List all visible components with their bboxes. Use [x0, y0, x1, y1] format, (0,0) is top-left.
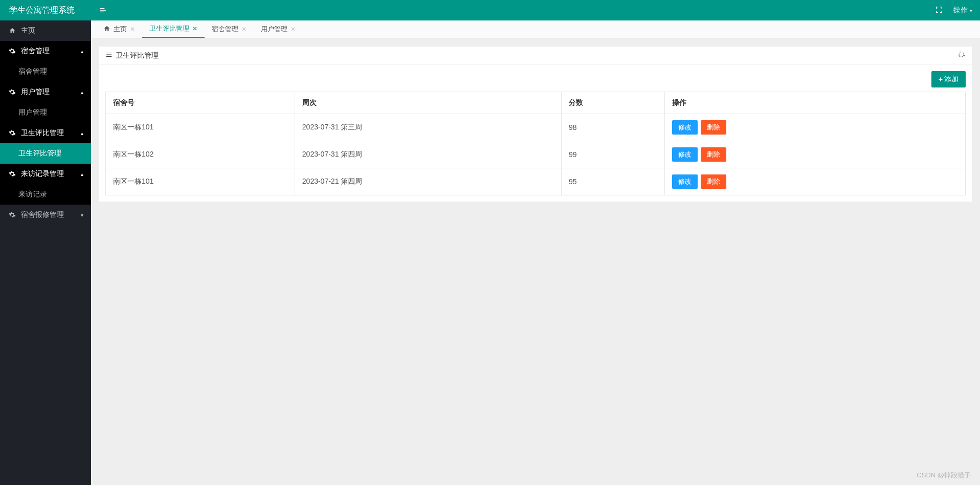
- tab[interactable]: 用户管理✕: [254, 20, 303, 38]
- plus-icon: +: [939, 75, 943, 83]
- tab[interactable]: 宿舍管理✕: [205, 20, 254, 38]
- table-row: 南区一栋1022023-07-31 第四周99修改删除: [106, 141, 966, 168]
- gear-icon: [8, 129, 17, 137]
- table-row: 南区一栋1012023-07-31 第三周98修改删除: [106, 114, 966, 141]
- sidebar-item-label: 用户管理: [18, 108, 47, 117]
- close-icon[interactable]: ✕: [241, 26, 247, 33]
- topbar: 操作 ▾: [91, 0, 980, 20]
- cell-actions: 修改删除: [664, 168, 965, 195]
- panel-header: 卫生评比管理: [99, 47, 972, 65]
- table-header-row: 宿舍号 周次 分数 操作: [106, 92, 966, 114]
- sidebar-item-hygiene[interactable]: 卫生评比管理 ▴: [0, 123, 91, 143]
- brand-logo: 学生公寓管理系统: [0, 0, 91, 20]
- cell-actions: 修改删除: [664, 141, 965, 168]
- cell-score: 99: [561, 141, 664, 168]
- chevron-down-icon: ▾: [81, 212, 83, 218]
- chevron-up-icon: ▴: [81, 130, 83, 136]
- actions-dropdown[interactable]: 操作 ▾: [953, 6, 972, 15]
- delete-button[interactable]: 删除: [701, 120, 726, 135]
- sidebar-item-label: 卫生评比管理: [21, 128, 81, 138]
- gear-icon: [8, 211, 17, 218]
- cell-week: 2023-07-31 第三周: [295, 114, 561, 141]
- tab-label: 卫生评比管理: [149, 24, 189, 33]
- tab[interactable]: 卫生评比管理✕: [142, 20, 205, 38]
- close-icon[interactable]: ✕: [192, 25, 197, 32]
- row-actions: 修改删除: [672, 120, 958, 135]
- panel: 卫生评比管理 + 添加: [99, 46, 972, 202]
- panel-title: 卫生评比管理: [116, 51, 159, 60]
- cell-actions: 修改删除: [664, 114, 965, 141]
- toggle-sidebar-button[interactable]: [99, 6, 107, 14]
- table-row: 南区一栋1012023-07-21 第四周95修改删除: [106, 168, 966, 195]
- cell-week: 2023-07-31 第四周: [295, 141, 561, 168]
- sidebar-item-label: 宿舍管理: [18, 67, 47, 76]
- tab-label: 宿舍管理: [212, 25, 238, 34]
- chevron-up-icon: ▴: [81, 49, 83, 54]
- sidebar-item-visit-record[interactable]: 来访记录: [0, 184, 91, 205]
- col-dorm: 宿舍号: [106, 92, 295, 114]
- tab-label: 主页: [114, 25, 127, 34]
- chevron-up-icon: ▴: [81, 90, 83, 95]
- sidebar-item-dorm[interactable]: 宿舍管理 ▴: [0, 41, 91, 61]
- home-icon: [8, 27, 17, 34]
- add-button-label: 添加: [944, 75, 959, 84]
- sidebar-item-repair[interactable]: 宿舍报修管理 ▾: [0, 205, 91, 225]
- close-icon[interactable]: ✕: [130, 26, 135, 33]
- sidebar-item-label: 来访记录: [18, 190, 47, 199]
- cell-week: 2023-07-21 第四周: [295, 168, 561, 195]
- gear-icon: [8, 89, 17, 96]
- sidebar-menu: 主页 宿舍管理 ▴ 宿舍管理 用户管理 ▴ 用户管理: [0, 20, 91, 485]
- sidebar-item-label: 卫生评比管理: [18, 149, 61, 158]
- cell-dorm: 南区一栋102: [106, 141, 295, 168]
- delete-button[interactable]: 删除: [701, 174, 726, 189]
- row-actions: 修改删除: [672, 147, 958, 162]
- col-actions: 操作: [664, 92, 965, 114]
- sidebar-item-hygiene-manage[interactable]: 卫生评比管理: [0, 143, 91, 164]
- fullscreen-button[interactable]: [935, 6, 943, 15]
- sidebar-item-visit[interactable]: 来访记录管理 ▴: [0, 164, 91, 184]
- sidebar-item-label: 主页: [21, 26, 83, 35]
- brand-title: 学生公寓管理系统: [9, 5, 75, 16]
- page-tabs: 主页✕卫生评比管理✕宿舍管理✕用户管理✕: [91, 20, 980, 38]
- edit-button[interactable]: 修改: [672, 120, 698, 135]
- tab-label: 用户管理: [261, 25, 287, 34]
- tab[interactable]: 主页✕: [96, 20, 142, 38]
- row-actions: 修改删除: [672, 174, 958, 189]
- edit-button[interactable]: 修改: [672, 174, 698, 189]
- edit-button[interactable]: 修改: [672, 147, 698, 162]
- panel-body: + 添加 宿舍号 周次 分数 操作 南: [99, 65, 972, 202]
- cell-dorm: 南区一栋101: [106, 168, 295, 195]
- delete-button[interactable]: 删除: [701, 147, 726, 162]
- gear-icon: [8, 170, 17, 178]
- close-icon[interactable]: ✕: [291, 26, 296, 33]
- refresh-button[interactable]: [957, 51, 966, 60]
- chevron-up-icon: ▴: [81, 171, 83, 177]
- cell-score: 98: [561, 114, 664, 141]
- sidebar-item-label: 宿舍管理: [21, 47, 81, 56]
- sidebar-item-user[interactable]: 用户管理 ▴: [0, 82, 91, 102]
- sidebar-item-user-manage[interactable]: 用户管理: [0, 102, 91, 123]
- sidebar-item-home[interactable]: 主页: [0, 20, 91, 41]
- gear-icon: [8, 48, 17, 55]
- sidebar: 学生公寓管理系统 主页 宿舍管理 ▴ 宿舍管理: [0, 0, 91, 485]
- cell-dorm: 南区一栋101: [106, 114, 295, 141]
- col-week: 周次: [295, 92, 561, 114]
- content-area: 卫生评比管理 + 添加: [91, 38, 980, 485]
- home-icon: [103, 25, 110, 34]
- sidebar-item-dorm-manage[interactable]: 宿舍管理: [0, 61, 91, 82]
- actions-label: 操作: [953, 6, 968, 15]
- col-score: 分数: [561, 92, 664, 114]
- panel-toolbar: + 添加: [105, 71, 966, 87]
- sidebar-item-label: 来访记录管理: [21, 169, 81, 179]
- data-table: 宿舍号 周次 分数 操作 南区一栋1012023-07-31 第三周98修改删除…: [105, 92, 966, 195]
- add-button[interactable]: + 添加: [931, 71, 966, 87]
- chevron-down-icon: ▾: [970, 8, 972, 13]
- main-area: 操作 ▾ 主页✕卫生评比管理✕宿舍管理✕用户管理✕ 卫生评比管理: [91, 0, 980, 485]
- sidebar-item-label: 宿舍报修管理: [21, 210, 81, 219]
- sidebar-item-label: 用户管理: [21, 87, 81, 97]
- bars-icon: [105, 51, 113, 60]
- cell-score: 95: [561, 168, 664, 195]
